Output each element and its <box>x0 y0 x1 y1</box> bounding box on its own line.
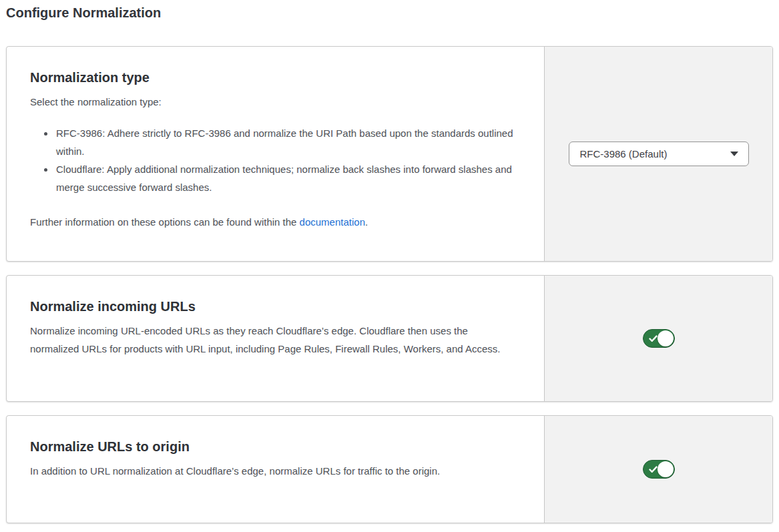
card-normalize-urls-to-origin-content: Normalize URLs to origin In addition to … <box>7 416 544 523</box>
chevron-down-icon <box>730 152 738 156</box>
card-normalization-type: Normalization type Select the normalizat… <box>6 46 773 262</box>
normalize-incoming-urls-description: Normalize incoming URL-encoded URLs as t… <box>30 322 517 358</box>
card-normalize-incoming-urls-side-panel <box>544 276 772 401</box>
page-title: Configure Normalization <box>6 4 773 22</box>
normalization-type-dropdown[interactable]: RFC-3986 (Default) <box>569 142 749 166</box>
card-normalize-urls-to-origin: Normalize URLs to origin In addition to … <box>6 415 773 523</box>
normalization-type-heading: Normalization type <box>30 69 517 86</box>
footer-note: Further information on these options can… <box>30 213 517 231</box>
normalization-options-list: RFC-3986: Adhere strictly to RFC-3986 an… <box>30 124 517 196</box>
normalize-urls-to-origin-heading: Normalize URLs to origin <box>30 438 517 455</box>
toggle-knob <box>658 330 674 346</box>
list-item-rfc3986: RFC-3986: Adhere strictly to RFC-3986 an… <box>55 124 517 160</box>
card-normalize-incoming-urls: Normalize incoming URLs Normalize incomi… <box>6 275 773 402</box>
card-normalization-type-side-panel: RFC-3986 (Default) <box>544 47 772 261</box>
toggle-knob <box>658 461 674 477</box>
normalize-urls-to-origin-description: In addition to URL normalization at Clou… <box>30 462 517 480</box>
documentation-link[interactable]: documentation <box>300 216 365 228</box>
card-normalize-urls-to-origin-side-panel <box>544 416 772 523</box>
configure-normalization-page: Configure Normalization Normalization ty… <box>0 0 779 530</box>
footer-note-text: Further information on these options can… <box>30 216 300 228</box>
normalize-urls-to-origin-toggle[interactable] <box>643 460 675 479</box>
dropdown-selected-value: RFC-3986 (Default) <box>580 148 668 160</box>
normalization-type-intro: Select the normalization type: <box>30 93 517 111</box>
card-normalization-type-content: Normalization type Select the normalizat… <box>7 47 544 261</box>
card-normalize-incoming-urls-content: Normalize incoming URLs Normalize incomi… <box>7 276 544 401</box>
list-item-cloudflare: Cloudflare: Apply additional normalizati… <box>55 160 517 196</box>
footer-note-suffix: . <box>365 216 368 228</box>
check-icon <box>649 466 658 473</box>
normalize-incoming-urls-heading: Normalize incoming URLs <box>30 298 517 315</box>
normalize-incoming-urls-toggle[interactable] <box>643 329 675 348</box>
check-icon <box>649 335 658 342</box>
